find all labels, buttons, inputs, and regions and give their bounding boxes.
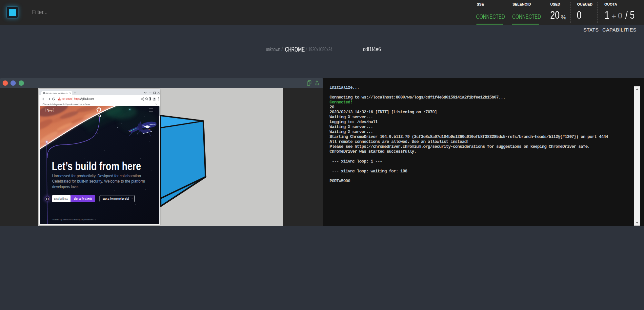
svg-text:developers love.: developers love. bbox=[52, 184, 79, 189]
svg-text:Sign up for GitHub: Sign up for GitHub bbox=[74, 197, 92, 200]
svg-text:Email address: Email address bbox=[54, 197, 68, 200]
svg-text:Harnessed for productivity. De: Harnessed for productivity. Designed for… bbox=[52, 173, 142, 178]
svg-text:Sign up: Sign up bbox=[47, 109, 52, 112]
svg-text:Celebrated for built-in securi: Celebrated for built-in security. Welcom… bbox=[52, 179, 145, 184]
svg-text:Start a free enterprise trial: Start a free enterprise trial bbox=[103, 197, 129, 200]
svg-text:Trusted by the world’s leading: Trusted by the world’s leading organizat… bbox=[52, 218, 96, 221]
svg-text:›: › bbox=[131, 197, 132, 200]
svg-text:Let’s build from here: Let’s build from here bbox=[52, 160, 141, 173]
